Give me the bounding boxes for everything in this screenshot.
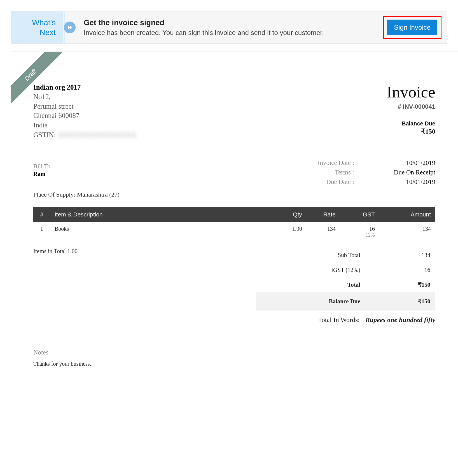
notes-body: Thanks for your business. bbox=[33, 361, 435, 367]
totals-label: IGST (12%) bbox=[261, 267, 394, 274]
totals-block: Sub Total134IGST (12%)16Total₹150Balance… bbox=[256, 248, 435, 311]
item-qty: 1.00 bbox=[273, 222, 307, 242]
totals-row: Balance Due₹150 bbox=[256, 292, 435, 311]
totals-label: Balance Due bbox=[261, 298, 394, 305]
meta-value: 10/01/2019 bbox=[365, 159, 435, 167]
sign-invoice-button[interactable]: Sign Invoice bbox=[387, 20, 437, 35]
item-desc: Books bbox=[50, 222, 273, 242]
column-header: IGST bbox=[340, 207, 379, 222]
meta-label: Due Date : bbox=[293, 178, 365, 186]
invoice-document: Draft Indian org 2017 No12, Perumal stre… bbox=[11, 52, 458, 476]
org-address-line: No12, bbox=[33, 92, 136, 102]
banner-action: Sign Invoice bbox=[383, 11, 447, 43]
items-in-total-value: 1.00 bbox=[67, 248, 78, 255]
totals-row: Total₹150 bbox=[256, 277, 435, 292]
in-words-value: Rupees one hundred fifty bbox=[365, 316, 435, 323]
item-rate: 134 bbox=[307, 222, 340, 242]
doc-title: Invoice bbox=[387, 83, 435, 101]
balance-due-value: ₹150 bbox=[387, 127, 435, 135]
org-name: Indian org 2017 bbox=[33, 83, 136, 92]
items-in-total: Items in Total 1.00 bbox=[33, 248, 78, 311]
totals-row: Sub Total134 bbox=[256, 248, 435, 263]
item-num: 1 bbox=[33, 222, 50, 242]
column-header: # bbox=[33, 207, 50, 222]
gstin-label: GSTIN: bbox=[33, 131, 58, 139]
whats-next-arrow-wrap bbox=[61, 11, 78, 43]
totals-label: Sub Total bbox=[261, 252, 394, 259]
items-in-total-label: Items in Total bbox=[33, 248, 66, 255]
balance-due-block: Balance Due ₹150 bbox=[387, 120, 435, 135]
totals-value: 134 bbox=[394, 252, 430, 259]
item-igst: 1612% bbox=[340, 222, 379, 242]
org-gstin: GSTIN: XXXXXXXXXXXXXXX bbox=[33, 130, 136, 140]
meta-value: Due On Receipt bbox=[365, 169, 435, 176]
banner-text: Get the invoice signed Invoice has been … bbox=[78, 11, 383, 43]
org-block: Indian org 2017 No12, Perumal street Che… bbox=[33, 83, 136, 140]
totals-row: IGST (12%)16 bbox=[256, 263, 435, 277]
gstin-value: XXXXXXXXXXXXXXX bbox=[58, 130, 137, 140]
line-item-row: 1Books1.001341612%134 bbox=[33, 222, 435, 242]
totals-value: ₹150 bbox=[394, 298, 430, 305]
total-in-words: Total In Words: Rupees one hundred fifty bbox=[33, 316, 435, 324]
totals-value: 16 bbox=[394, 267, 430, 274]
org-address-line: India bbox=[33, 120, 136, 130]
column-header: Amount bbox=[379, 207, 435, 222]
balance-due-label: Balance Due bbox=[387, 120, 435, 127]
place-of-supply: Place Of Supply: Maharashtra (27) bbox=[33, 191, 435, 198]
meta-label: Terms : bbox=[293, 169, 365, 176]
forward-icon bbox=[64, 22, 76, 33]
item-amount: 134 bbox=[379, 222, 435, 242]
in-words-label: Total In Words: bbox=[318, 316, 360, 323]
org-address-line: Chennai 600087 bbox=[33, 111, 136, 120]
callout-highlight: Sign Invoice bbox=[383, 16, 441, 39]
whats-next-label: What's Next bbox=[11, 11, 61, 43]
meta-row: Due Date :10/01/2019 bbox=[33, 178, 435, 186]
meta-label: Invoice Date : bbox=[293, 159, 365, 167]
doc-title-block: Invoice # INV-000041 Balance Due ₹150 bbox=[387, 83, 435, 140]
banner-subtitle: Invoice has been created. You can sign t… bbox=[84, 29, 383, 37]
meta-value: 10/01/2019 bbox=[365, 178, 435, 186]
totals-label: Total bbox=[261, 281, 394, 288]
org-address-line: Perumal street bbox=[33, 102, 136, 111]
column-header: Item & Description bbox=[50, 207, 273, 222]
whats-next-banner: What's Next Get the invoice signed Invoi… bbox=[11, 11, 447, 44]
totals-value: ₹150 bbox=[394, 281, 430, 288]
notes-block: Notes Thanks for your business. bbox=[33, 349, 435, 367]
doc-number: # INV-000041 bbox=[387, 103, 435, 110]
column-header: Rate bbox=[307, 207, 340, 222]
notes-heading: Notes bbox=[33, 349, 435, 356]
banner-title: Get the invoice signed bbox=[84, 18, 383, 27]
line-items-table: #Item & DescriptionQtyRateIGSTAmount 1Bo… bbox=[33, 207, 435, 242]
column-header: Qty bbox=[273, 207, 307, 222]
